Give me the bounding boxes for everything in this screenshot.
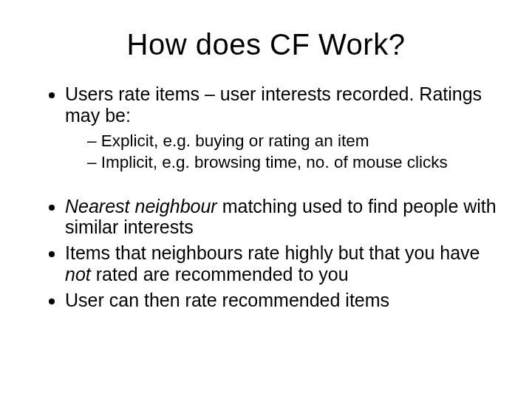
bullet-item-2: Nearest neighbour matching used to find …: [65, 196, 502, 239]
slide-title: How does CF Work?: [30, 28, 502, 61]
bullet-text-part2: rated are recommended to you: [91, 264, 349, 284]
bullet-list-2: Nearest neighbour matching used to find …: [30, 196, 502, 311]
bullet-item-3: Items that neighbours rate highly but th…: [65, 242, 502, 285]
bullet-item-1: Users rate items – user interests record…: [65, 83, 502, 172]
bullet-item-4: User can then rate recommended items: [65, 290, 502, 311]
sub-bullet-2: Implicit, e.g. browsing time, no. of mou…: [87, 152, 502, 172]
sub-bullet-1: Explicit, e.g. buying or rating an item: [87, 131, 502, 151]
sub-bullet-list: Explicit, e.g. buying or rating an item …: [65, 131, 502, 172]
spacer: [30, 177, 502, 196]
slide: How does CF Work? Users rate items – use…: [0, 0, 532, 399]
italic-text: Nearest neighbour: [65, 196, 217, 216]
bullet-text-part1: Items that neighbours rate highly but th…: [65, 242, 480, 263]
italic-text: not: [65, 264, 91, 284]
bullet-list: Users rate items – user interests record…: [30, 83, 502, 172]
bullet-text: Users rate items – user interests record…: [65, 83, 482, 126]
